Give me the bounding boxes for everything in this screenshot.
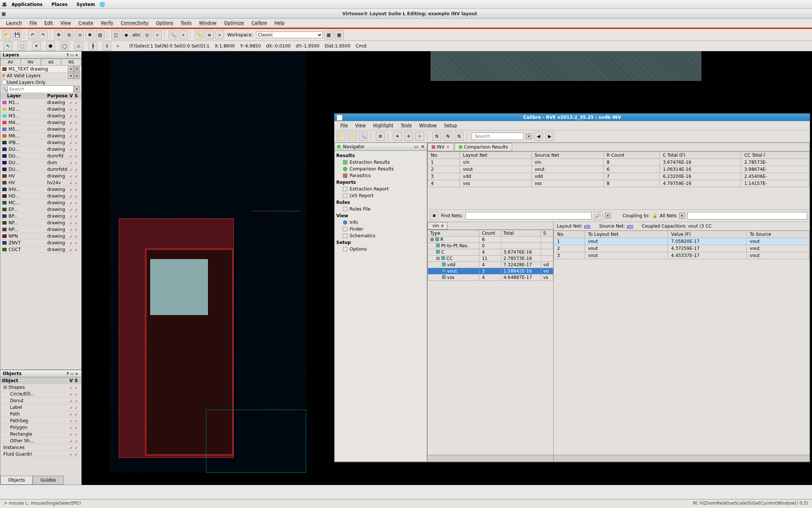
prev-icon[interactable]: ◀ [534,132,543,141]
menu-applications[interactable]: Applications [7,2,47,7]
cmenu-tools[interactable]: Tools [397,122,416,129]
col-count[interactable]: Count [479,230,501,237]
layer-swatch[interactable] [2,107,7,111]
col-layer[interactable]: Layer [7,93,47,98]
align-icon[interactable]: ≡ [205,30,214,39]
layer-row[interactable]: IHV...drawing [0,186,81,193]
net-row[interactable]: 3vddvdd76.23200E-162.45406E- [428,173,809,180]
highlight-net-icon[interactable]: ✦ [393,132,402,141]
tab-nv[interactable]: NV [21,59,41,66]
col-v[interactable]: V [69,93,75,98]
visible-check[interactable] [69,154,75,158]
menu-verify[interactable]: Verify [97,19,117,27]
select-check[interactable] [75,127,80,131]
layer-swatch[interactable] [2,180,7,185]
menu-launch[interactable]: Launch [2,19,26,27]
visible-check[interactable] [69,412,75,416]
select-check[interactable] [75,412,80,416]
close-icon[interactable]: × [441,223,444,228]
cap-row[interactable]: 3vout4.45337E-17vout [554,252,809,259]
col-type[interactable]: Type [428,230,479,237]
select-check[interactable] [75,392,80,396]
undo-icon[interactable]: ↶ [28,30,37,39]
close-icon[interactable]: × [446,144,450,150]
layer-row[interactable]: HVhv24v [0,179,81,186]
coupling-value[interactable]: All Nets [660,213,677,218]
select-check[interactable] [75,100,80,105]
select-check[interactable] [75,241,80,245]
calibre-titlebar[interactable]: Calibre - RVE v2013.2_35.25 : svdb INV [334,114,810,121]
undock-icon[interactable]: ▭ [69,372,74,376]
col-object[interactable]: Object [2,378,69,383]
visible-check[interactable] [69,127,75,131]
help-icon[interactable]: ? [66,372,69,376]
visible-check[interactable] [69,452,75,456]
visible-check[interactable] [69,227,75,232]
next-icon[interactable]: ▶ [545,132,554,141]
find-icon[interactable]: 🔎 [594,211,603,220]
tab-av[interactable]: AV [0,59,21,66]
visible-check[interactable] [69,405,75,410]
dropdown-icon[interactable]: ▾ [74,86,80,92]
layer-row[interactable]: MC...drawing [0,199,81,206]
tab-inv[interactable]: INV× [428,143,454,151]
layer-swatch[interactable] [2,134,7,138]
layer-swatch[interactable] [2,187,7,192]
tab-ns[interactable]: NS [61,59,82,66]
move-icon[interactable]: ✥ [54,30,63,39]
tool-icon[interactable]: ◯ [60,42,69,51]
type-row[interactable]: vss44.64887E-17vs [428,274,553,281]
inst-icon[interactable]: ◫ [111,30,120,39]
menu-connectivity[interactable]: Connectivity [117,19,152,27]
layer-swatch[interactable] [2,214,7,218]
layer-row[interactable]: ZNVTdrawing [0,240,81,246]
layer-row[interactable]: IPB...drawing [0,139,81,146]
select-check[interactable] [75,174,80,178]
tab-vin[interactable]: vin× [428,222,448,229]
stretch-icon[interactable]: ⇲ [75,30,84,39]
cmenu-window[interactable]: Window [415,122,440,129]
visible-check[interactable] [69,107,75,111]
nav-finder[interactable]: Finder [336,226,425,232]
calibre-search[interactable] [472,133,524,140]
menu-icon[interactable]: ☰ [74,66,80,72]
menu-options[interactable]: Options [152,19,177,27]
tab-guides[interactable]: Guides [33,476,64,485]
col-value[interactable]: Value (F) [668,231,747,238]
layer-swatch[interactable] [2,194,7,198]
select-check[interactable] [75,439,80,443]
undock-icon[interactable]: ▭ [69,53,74,57]
net-icon[interactable]: N [432,132,441,141]
scrollbar[interactable] [554,455,809,462]
type-row[interactable]: vdd47.32428E-17vd [428,262,553,268]
layer-swatch[interactable] [2,114,7,118]
props-icon[interactable]: ▤ [96,30,105,39]
nav-options[interactable]: Options [336,246,425,253]
type-row[interactable]: Pt-to-Pt Res.0 [428,243,553,249]
visible-check[interactable] [69,241,75,245]
used-only-checkbox[interactable] [2,80,7,85]
type-row[interactable]: ⊟ CC112.78573E-16 [428,255,553,262]
layer-swatch[interactable] [2,100,7,105]
pin-icon[interactable]: ◉ [122,30,131,39]
save-icon[interactable]: 💾 [13,30,22,39]
cmenu-highlight[interactable]: Highlight [370,122,397,129]
select-check[interactable] [75,120,80,125]
object-row[interactable]: Rectangle [0,431,81,437]
visible-check[interactable] [69,385,75,390]
layer-row[interactable]: DU...dumrfstd [0,166,81,173]
layer-row[interactable]: EP...drawing [0,206,81,213]
window-menu-icon[interactable] [337,115,343,121]
layer-swatch[interactable] [2,167,7,172]
visible-check[interactable] [69,439,75,443]
layer-swatch[interactable] [2,221,7,225]
cmenu-setup[interactable]: Setup [441,122,461,129]
target-icon[interactable]: ◎ [74,73,80,79]
net-icon[interactable]: N [455,132,464,141]
select-check[interactable] [75,134,80,138]
col-rcount[interactable]: R Count [603,152,659,159]
more-icon[interactable]: » [179,30,188,39]
layer-swatch[interactable] [2,241,7,245]
menu-create[interactable]: Create [75,19,97,27]
ws-icon[interactable]: ▦ [324,30,333,39]
